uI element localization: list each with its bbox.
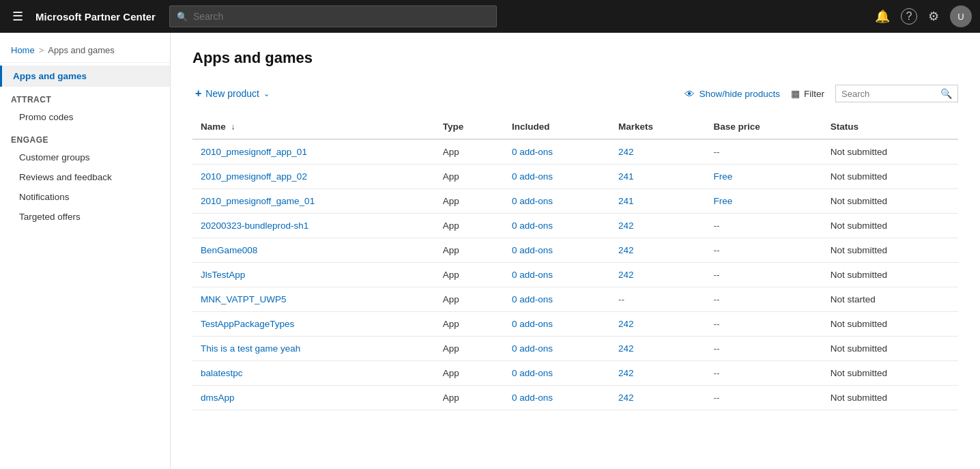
cell-included[interactable]: 0 add-ons	[504, 139, 610, 165]
col-markets[interactable]: Markets	[610, 115, 705, 139]
table-search-box[interactable]: 🔍	[835, 85, 958, 102]
sidebar-item-reviews-feedback[interactable]: Reviews and feedback	[0, 167, 170, 187]
cell-name[interactable]: 20200323-bundleprod-sh1	[192, 214, 435, 238]
table-search-input[interactable]	[841, 89, 940, 99]
col-status[interactable]: Status	[822, 115, 958, 139]
product-name-link[interactable]: TestAppPackageTypes	[201, 319, 294, 329]
cell-name[interactable]: 2010_pmesignoff_game_01	[192, 189, 435, 214]
addons-link[interactable]: 0 add-ons	[512, 343, 553, 354]
cell-included[interactable]: 0 add-ons	[504, 189, 610, 214]
cell-included[interactable]: 0 add-ons	[504, 263, 610, 287]
global-search-box[interactable]: 🔍	[169, 5, 497, 27]
cell-included[interactable]: 0 add-ons	[504, 238, 610, 263]
product-name-link[interactable]: balatestpc	[201, 368, 243, 378]
cell-markets[interactable]: 242	[610, 361, 705, 386]
new-product-button[interactable]: + New product ⌄	[192, 83, 272, 104]
sidebar-item-notifications[interactable]: Notifications	[0, 187, 170, 207]
help-icon[interactable]: ?	[901, 8, 917, 25]
cell-included[interactable]: 0 add-ons	[504, 361, 610, 386]
product-name-link[interactable]: 2010_pmesignoff_game_01	[201, 196, 315, 206]
product-name-link[interactable]: 2010_pmesignoff_app_02	[201, 171, 307, 182]
sidebar-item-customer-groups[interactable]: Customer groups	[0, 147, 170, 167]
filter-button[interactable]: ▦ Filter	[791, 88, 824, 99]
product-name-link[interactable]: BenGame008	[201, 245, 257, 255]
col-included[interactable]: Included	[504, 115, 610, 139]
cell-included[interactable]: 0 add-ons	[504, 287, 610, 312]
addons-link[interactable]: 0 add-ons	[512, 368, 553, 378]
cell-name[interactable]: dmsApp	[192, 386, 435, 410]
cell-status: Not submitted	[822, 165, 958, 189]
markets-link[interactable]: 242	[618, 147, 634, 157]
cell-name[interactable]: MNK_VATPT_UWP5	[192, 287, 435, 312]
cell-status: Not submitted	[822, 238, 958, 263]
user-avatar[interactable]: U	[950, 5, 972, 27]
cell-status: Not submitted	[822, 312, 958, 337]
cell-name[interactable]: 2010_pmesignoff_app_01	[192, 139, 435, 165]
product-name-link[interactable]: dmsApp	[201, 393, 235, 403]
cell-included[interactable]: 0 add-ons	[504, 386, 610, 410]
cell-markets[interactable]: 242	[610, 312, 705, 337]
cell-markets[interactable]: 242	[610, 139, 705, 165]
notification-icon[interactable]: 🔔	[875, 9, 890, 24]
cell-type: App	[435, 337, 504, 361]
addons-link[interactable]: 0 add-ons	[512, 294, 553, 304]
cell-base-price: Free	[705, 165, 822, 189]
cell-included[interactable]: 0 add-ons	[504, 312, 610, 337]
cell-markets[interactable]: 242	[610, 263, 705, 287]
product-name-link[interactable]: JlsTestApp	[201, 270, 245, 280]
cell-markets[interactable]: 242	[610, 337, 705, 361]
col-type[interactable]: Type	[435, 115, 504, 139]
col-name[interactable]: Name ↓	[192, 115, 435, 139]
cell-markets[interactable]: --	[610, 287, 705, 312]
table-row: JlsTestApp App 0 add-ons 242 -- Not subm…	[192, 263, 958, 287]
markets-link[interactable]: 242	[618, 245, 634, 255]
addons-link[interactable]: 0 add-ons	[512, 221, 553, 231]
breadcrumb-home[interactable]: Home	[11, 45, 35, 55]
addons-link[interactable]: 0 add-ons	[512, 245, 553, 255]
sidebar-item-targeted-offers[interactable]: Targeted offers	[0, 207, 170, 227]
cell-included[interactable]: 0 add-ons	[504, 337, 610, 361]
product-name-link[interactable]: 20200323-bundleprod-sh1	[201, 221, 308, 231]
markets-link[interactable]: 241	[618, 196, 634, 206]
cell-markets[interactable]: 242	[610, 238, 705, 263]
product-name-link[interactable]: This is a test game yeah	[201, 343, 300, 354]
global-search-input[interactable]	[193, 11, 489, 22]
markets-link[interactable]: 242	[618, 270, 634, 280]
cell-included[interactable]: 0 add-ons	[504, 214, 610, 238]
cell-name[interactable]: JlsTestApp	[192, 263, 435, 287]
sidebar-item-promo-codes[interactable]: Promo codes	[0, 107, 170, 127]
cell-name[interactable]: This is a test game yeah	[192, 337, 435, 361]
cell-markets[interactable]: 242	[610, 214, 705, 238]
cell-name[interactable]: balatestpc	[192, 361, 435, 386]
settings-icon[interactable]: ⚙	[928, 9, 939, 24]
col-base-price[interactable]: Base price	[705, 115, 822, 139]
sidebar-item-apps-and-games[interactable]: Apps and games	[0, 66, 170, 87]
markets-link[interactable]: 242	[618, 221, 634, 231]
addons-link[interactable]: 0 add-ons	[512, 319, 553, 329]
price-link[interactable]: Free	[713, 196, 732, 206]
addons-link[interactable]: 0 add-ons	[512, 147, 553, 157]
cell-name[interactable]: 2010_pmesignoff_app_02	[192, 165, 435, 189]
cell-markets[interactable]: 242	[610, 386, 705, 410]
cell-included[interactable]: 0 add-ons	[504, 165, 610, 189]
markets-link[interactable]: 241	[618, 171, 634, 182]
markets-link[interactable]: 242	[618, 319, 634, 329]
product-name-link[interactable]: MNK_VATPT_UWP5	[201, 294, 287, 304]
markets-link[interactable]: 242	[618, 393, 634, 403]
cell-status: Not submitted	[822, 139, 958, 165]
show-hide-products-button[interactable]: 👁 Show/hide products	[684, 88, 780, 100]
markets-link[interactable]: 242	[618, 368, 634, 378]
cell-name[interactable]: TestAppPackageTypes	[192, 312, 435, 337]
hamburger-menu[interactable]: ☰	[8, 5, 27, 28]
markets-link[interactable]: 242	[618, 343, 634, 354]
addons-link[interactable]: 0 add-ons	[512, 393, 553, 403]
cell-markets[interactable]: 241	[610, 165, 705, 189]
product-name-link[interactable]: 2010_pmesignoff_app_01	[201, 147, 307, 157]
addons-link[interactable]: 0 add-ons	[512, 270, 553, 280]
cell-base-price: --	[705, 337, 822, 361]
addons-link[interactable]: 0 add-ons	[512, 171, 553, 182]
addons-link[interactable]: 0 add-ons	[512, 196, 553, 206]
price-link[interactable]: Free	[713, 171, 732, 182]
cell-name[interactable]: BenGame008	[192, 238, 435, 263]
cell-markets[interactable]: 241	[610, 189, 705, 214]
